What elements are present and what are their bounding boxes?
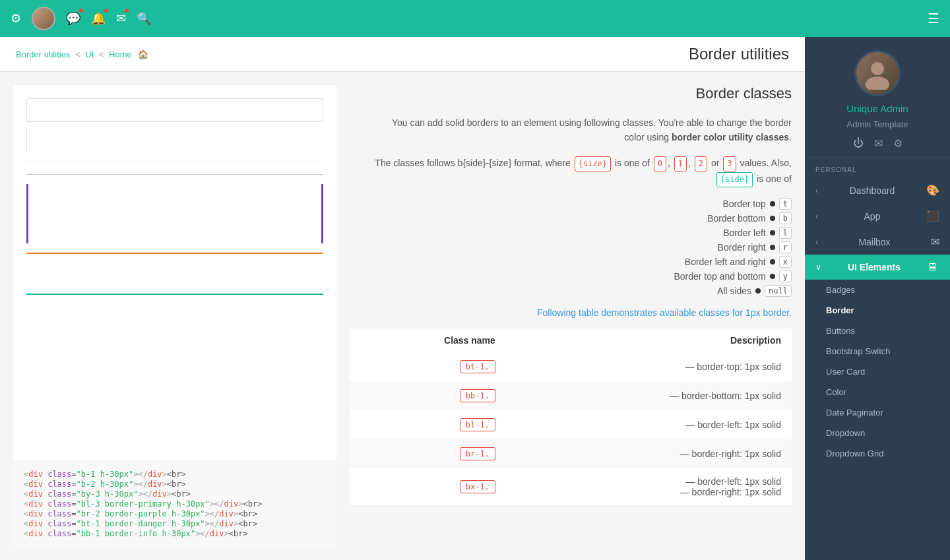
sidebar-item-dashboard[interactable]: ‹ Dashboard 🎨 (805, 177, 950, 203)
class-badge-bl1: bl-1. (460, 418, 495, 431)
code-line-6: <div class="bt-1 border-danger h-30px"><… (24, 519, 326, 528)
class-badge-bt1: bt-1. (460, 360, 495, 373)
demo-hr-2 (26, 174, 323, 175)
dashboard-label: Dashboard (850, 185, 895, 196)
side-t-dot (770, 201, 775, 206)
mail-icon[interactable]: ✉ (116, 11, 126, 26)
mailbox-chevron: ‹ (815, 237, 818, 247)
ui-elements-icon: 🖥 (927, 261, 937, 273)
info-panel: Border classes You can add solid borders… (350, 85, 792, 547)
sidebar-gear-icon[interactable]: ⚙ (893, 137, 902, 150)
side-x-key: x (779, 256, 792, 268)
side-y-label: Border top and bottom (674, 271, 765, 282)
power-icon[interactable]: ⏻ (853, 137, 864, 150)
side-l-label: Border left (723, 228, 766, 238)
app-icon: ⬛ (926, 210, 939, 222)
val-2: 2 (695, 156, 707, 171)
table-row: bx-1. — border-left: 1px solid— border-r… (350, 468, 792, 505)
demo-border-bottom-cyan (26, 294, 323, 295)
side-null-key: null (765, 285, 792, 297)
sidebar-avatar[interactable] (854, 50, 901, 96)
bell-icon[interactable]: 🔔 (91, 11, 106, 26)
demo-border-right-purple (321, 184, 323, 243)
demo-panel: <div class="b-1 h-30px"></div><br> <div … (13, 85, 336, 547)
chat-icon[interactable]: 💬 (66, 11, 80, 26)
sub-item-badges[interactable]: Badges (805, 280, 950, 300)
class-badge-br1: br-1. (460, 447, 495, 460)
sub-item-dropdown[interactable]: Dropdown (805, 423, 950, 443)
table-cell-classname: bx-1. (350, 468, 506, 505)
val-0: 0 (654, 156, 666, 171)
sidebar-profile: Unique Admin Admin Template ⏻ ✉ ⚙ (805, 37, 950, 158)
brand-admin: Admin (880, 103, 908, 114)
search-icon[interactable]: 🔍 (137, 11, 151, 26)
mailbox-label: Mailbox (858, 237, 890, 247)
table-cell-classname: br-1. (350, 439, 506, 468)
top-navbar: ⚙ 💬 🔔 ✉ 🔍 ☰ (0, 0, 950, 37)
side-y-key: y (779, 270, 792, 282)
val-3: 3 (723, 156, 736, 171)
info-format: The classes follows b{side}-{size} forma… (350, 156, 792, 187)
svg-point-1 (866, 77, 889, 90)
side-item-null: All sides null (350, 285, 792, 297)
chat-badge (78, 7, 84, 14)
sidebar-actions: ⏻ ✉ ⚙ (853, 137, 902, 150)
breadcrumb: Border utilities < UI < Home 🏠 (16, 49, 151, 59)
settings-icon[interactable]: ⚙ (11, 11, 21, 26)
sidebar-item-ui-elements[interactable]: ∨ UI Elements 🖥 (805, 255, 950, 280)
side-x-dot (770, 259, 775, 264)
side-null-label: All sides (717, 286, 751, 296)
sub-item-color[interactable]: Color (805, 382, 950, 402)
sidebar-item-app[interactable]: ‹ App ⬛ (805, 203, 950, 229)
side-item-r: Border right r (350, 241, 792, 253)
section-label-personal: PERSONAL (805, 158, 950, 177)
demo-code: <div class="b-1 h-30px"></div><br> <div … (13, 460, 336, 547)
side-list: Border top t Border bottom b Border left… (350, 198, 792, 297)
table-cell-desc: — border-bottom: 1px solid (506, 381, 792, 410)
class-badge-bb1: bb-1. (460, 389, 495, 402)
breadcrumb-home[interactable]: Home (109, 49, 132, 59)
side-b-key: b (779, 212, 792, 224)
table-cell-classname: bb-1. (350, 381, 506, 410)
class-badge-bx1: bx-1. (460, 480, 495, 493)
table-row: br-1. — border-right: 1px solid (350, 439, 792, 468)
code-line-1: <div class="b-1 h-30px"></div><br> (24, 470, 326, 479)
side-item-x: Border left and right x (350, 256, 792, 268)
side-l-dot (770, 230, 775, 235)
breadcrumb-border[interactable]: Border utilities (16, 49, 70, 59)
side-item-b: Border bottom b (350, 212, 792, 224)
sub-item-date-paginator[interactable]: Date Paginator (805, 402, 950, 423)
sub-item-dropdown-grid[interactable]: Dropdown Grid (805, 443, 950, 464)
user-avatar[interactable] (32, 7, 55, 30)
col-description: Description (506, 328, 792, 352)
demo-border-bottom-orange (26, 253, 323, 254)
brand-unique: Unique (846, 103, 880, 114)
breadcrumb-sep2: < (99, 49, 106, 59)
sub-item-user-card[interactable]: User Card (805, 361, 950, 382)
breadcrumb-ui[interactable]: UI (85, 49, 94, 59)
bell-badge (103, 7, 110, 14)
demo-visual (13, 85, 336, 460)
table-row: bb-1. — border-bottom: 1px solid (350, 381, 792, 410)
side-l-key: l (779, 227, 792, 239)
sub-item-border[interactable]: Border (805, 300, 950, 321)
mailbox-icon: ✉ (931, 235, 939, 248)
table-cell-desc: — border-left: 1px solid (506, 410, 792, 439)
info-description: You can add solid borders to an element … (350, 115, 792, 145)
sidebar-mail-icon[interactable]: ✉ (874, 137, 883, 150)
code-line-7: <div class="bb-1 border-info h-30px"></d… (24, 529, 326, 538)
sub-item-bootstrap-switch[interactable]: Bootstrap Switch (805, 341, 950, 361)
breadcrumb-icon: 🏠 (138, 49, 148, 59)
main-layout: Border utilities < UI < Home 🏠 Border ut… (0, 37, 950, 560)
side-badge: {side} (716, 172, 753, 187)
demo-lr-borders (26, 184, 323, 243)
page-title: Border utilities (689, 45, 789, 63)
table-row: bl-1. — border-left: 1px solid (350, 410, 792, 439)
sub-item-buttons[interactable]: Buttons (805, 321, 950, 341)
table-cell-classname: bt-1. (350, 352, 506, 381)
breadcrumb-bar: Border utilities < UI < Home 🏠 Border ut… (0, 37, 805, 72)
code-line-2: <div class="b-2 h-30px"></div><br> (24, 480, 326, 489)
hamburger-icon[interactable]: ☰ (928, 11, 939, 26)
app-label: App (864, 211, 881, 222)
sidebar-item-mailbox[interactable]: ‹ Mailbox ✉ (805, 229, 950, 255)
